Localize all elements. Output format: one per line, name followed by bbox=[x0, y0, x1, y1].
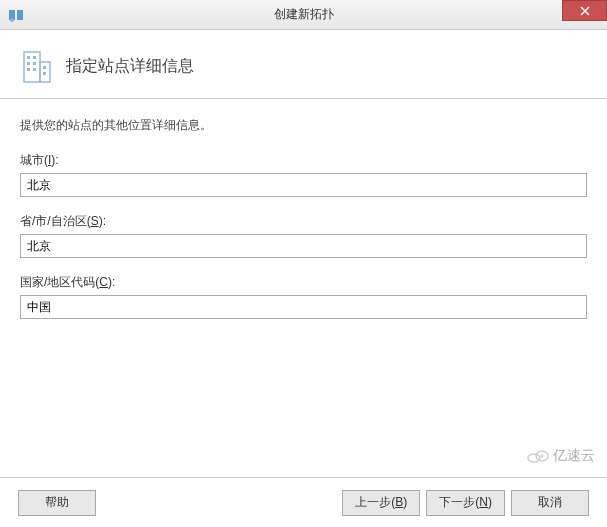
titlebar: 创建新拓扑 bbox=[0, 0, 607, 30]
svg-point-17 bbox=[541, 455, 544, 458]
wizard-footer: 帮助 上一步(B) 下一步(N) 取消 bbox=[0, 477, 607, 527]
svg-rect-10 bbox=[27, 68, 30, 71]
wizard-header: 指定站点详细信息 bbox=[0, 30, 607, 99]
svg-point-2 bbox=[10, 18, 14, 22]
app-icon bbox=[8, 7, 24, 23]
window-title: 创建新拓扑 bbox=[274, 6, 334, 23]
country-input[interactable] bbox=[20, 295, 587, 319]
svg-rect-5 bbox=[24, 52, 40, 82]
svg-rect-8 bbox=[27, 62, 30, 65]
svg-rect-7 bbox=[33, 56, 36, 59]
svg-rect-14 bbox=[43, 72, 46, 75]
svg-rect-1 bbox=[17, 10, 23, 20]
building-icon bbox=[20, 48, 52, 84]
svg-rect-9 bbox=[33, 62, 36, 65]
svg-rect-6 bbox=[27, 56, 30, 59]
svg-point-16 bbox=[536, 451, 548, 461]
state-label: 省/市/自治区(S): bbox=[20, 213, 587, 230]
page-title: 指定站点详细信息 bbox=[66, 56, 194, 77]
country-label: 国家/地区代码(C): bbox=[20, 274, 587, 291]
svg-rect-13 bbox=[43, 66, 46, 69]
state-input[interactable] bbox=[20, 234, 587, 258]
help-button[interactable]: 帮助 bbox=[18, 490, 96, 516]
next-button[interactable]: 下一步(N) bbox=[426, 490, 505, 516]
watermark: 亿速云 bbox=[527, 447, 595, 465]
state-field: 省/市/自治区(S): bbox=[20, 213, 587, 258]
city-label: 城市(I): bbox=[20, 152, 587, 169]
country-field: 国家/地区代码(C): bbox=[20, 274, 587, 319]
svg-point-15 bbox=[528, 454, 540, 462]
city-input[interactable] bbox=[20, 173, 587, 197]
city-field: 城市(I): bbox=[20, 152, 587, 197]
close-button[interactable] bbox=[562, 0, 607, 21]
svg-rect-11 bbox=[33, 68, 36, 71]
instruction-text: 提供您的站点的其他位置详细信息。 bbox=[20, 117, 587, 134]
cancel-button[interactable]: 取消 bbox=[511, 490, 589, 516]
back-button[interactable]: 上一步(B) bbox=[342, 490, 420, 516]
content-area: 提供您的站点的其他位置详细信息。 城市(I): 省/市/自治区(S): 国家/地… bbox=[0, 99, 607, 353]
